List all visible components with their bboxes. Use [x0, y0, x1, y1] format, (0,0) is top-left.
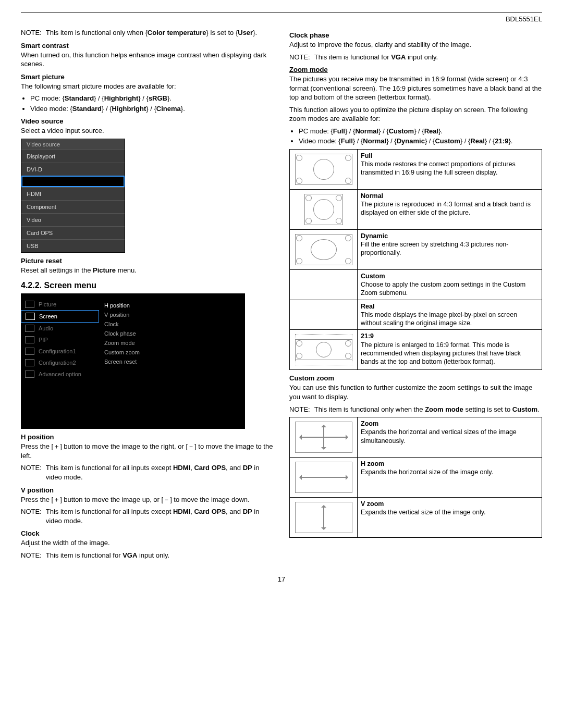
- zoom-normal-icon: [290, 189, 358, 229]
- heading-custom-zoom: Custom zoom: [289, 374, 542, 382]
- osd-right-item: H position: [104, 301, 245, 310]
- table-cell: H zoomExpands the horizontal size of the…: [358, 458, 542, 498]
- osd-header: Video source: [21, 139, 125, 150]
- osd-right-item: Screen reset: [104, 357, 245, 366]
- osd-item: Video: [21, 213, 125, 226]
- heading-smart-contrast: Smart contrast: [21, 42, 274, 50]
- list-item: PC mode: {Standard} / {Highbright} / {sR…: [30, 94, 274, 103]
- zoom-full-icon: [290, 149, 358, 189]
- note-text: This item is functional only when the Zo…: [314, 405, 542, 414]
- vzoom-icon: [290, 498, 358, 538]
- note-label: NOTE:: [289, 53, 310, 62]
- zoom-dynamic-icon: [290, 229, 358, 269]
- para: Press the [＋] button to move the image t…: [21, 442, 274, 460]
- heading-h-position: H position: [21, 433, 274, 441]
- zoom-mode-table: FullThis mode restores the correct propo…: [289, 149, 542, 371]
- para: Adjust the width of the image.: [21, 538, 274, 548]
- screen-menu-osd: Picture Screen Audio PIP Configuration1 …: [21, 293, 245, 429]
- para: When turned on, this function helps enha…: [21, 51, 274, 69]
- osd-left-item: Audio: [21, 323, 99, 334]
- note-label: NOTE:: [21, 507, 42, 525]
- osd-item: Displayport: [21, 150, 125, 163]
- para: Press the [＋] button to move the image u…: [21, 495, 274, 504]
- osd-left-item: Picture: [21, 299, 99, 310]
- para: Adjust to improve the focus, clarity and…: [289, 40, 542, 50]
- osd-item-selected: [21, 176, 125, 187]
- note-text: This item is functional for all inputs e…: [46, 463, 274, 482]
- osd-right-item: Zoom mode: [104, 338, 245, 348]
- para: This function allows you to optimize the…: [289, 105, 542, 124]
- zoom-real-icon: [290, 300, 358, 330]
- osd-right-item: Clock phase: [104, 329, 245, 338]
- table-cell: ZoomExpands the horizontal and vertical …: [358, 417, 542, 458]
- table-cell: CustomChoose to apply the custom zoom se…: [358, 269, 542, 300]
- note-label: NOTE:: [21, 463, 42, 482]
- zoom-219-icon: [290, 330, 358, 370]
- table-cell: NormalThe picture is reproduced in 4:3 f…: [358, 189, 542, 229]
- osd-left-item-active: Screen: [21, 310, 99, 323]
- table-cell: FullThis mode restores the correct propo…: [358, 149, 542, 189]
- zoom-custom-icon: [290, 269, 358, 300]
- heading-smart-picture: Smart picture: [21, 73, 274, 81]
- hzoom-icon: [290, 458, 358, 498]
- heading-clock: Clock: [21, 529, 274, 537]
- note-label: NOTE:: [289, 405, 310, 414]
- osd-item: HDMI: [21, 187, 125, 200]
- right-column: Clock phase Adjust to improve the focus,…: [289, 27, 542, 563]
- osd-right-item: V position: [104, 310, 245, 319]
- list-item: Video mode: {Standard} / {Highbright} / …: [30, 104, 274, 114]
- osd-left-item: Configuration1: [21, 346, 99, 357]
- heading-zoom-mode: Zoom mode: [289, 66, 542, 73]
- osd-item: Card OPS: [21, 226, 125, 239]
- heading-screen-menu: 4.2.2. Screen menu: [21, 281, 274, 290]
- model-number: BDL5551EL: [21, 15, 542, 23]
- custom-zoom-table: ZoomExpands the horizontal and vertical …: [289, 417, 542, 538]
- osd-left-item: Configuration2: [21, 357, 99, 368]
- zoom-icon: [290, 417, 358, 458]
- osd-left-item: PIP: [21, 334, 99, 346]
- note-text: This item is functional for VGA input on…: [314, 53, 542, 62]
- page-number: 17: [21, 575, 542, 583]
- osd-item: Component: [21, 200, 125, 213]
- video-source-osd: Video source Displayport DVI-D HDMI Comp…: [21, 139, 125, 253]
- table-cell: DynamicFill the entire screen by stretch…: [358, 229, 542, 269]
- osd-item: USB: [21, 239, 125, 252]
- para: Select a video input source.: [21, 126, 274, 135]
- osd-item: DVI-D: [21, 163, 125, 176]
- table-cell: RealThis mode displays the image pixel-b…: [358, 300, 542, 330]
- list-item: Video mode: {Full} / {Normal} / {Dynamic…: [299, 137, 542, 146]
- table-cell: 21:9The picture is enlarged to 16:9 form…: [358, 330, 542, 370]
- heading-picture-reset: Picture reset: [21, 257, 274, 265]
- para: Reset all settings in the Picture menu.: [21, 266, 274, 275]
- para: The following smart picture modes are av…: [21, 82, 274, 91]
- osd-left-item: Advanced option: [21, 368, 99, 380]
- heading-v-position: V position: [21, 486, 274, 494]
- para: The pictures you receive may be transmit…: [289, 75, 542, 102]
- list-item: PC mode: {Full} / {Normal} / {Custom} / …: [299, 127, 542, 136]
- note-label: NOTE:: [21, 28, 42, 38]
- note-label: NOTE:: [21, 551, 42, 560]
- osd-right-item: Clock: [104, 319, 245, 329]
- para: You can use this function to further cus…: [289, 383, 542, 401]
- note-text: This item is functional for all inputs e…: [46, 507, 274, 525]
- note-text: This item is functional for VGA input on…: [46, 551, 274, 560]
- osd-right-item: Custom zoom: [104, 348, 245, 357]
- left-column: NOTE: This item is functional only when …: [21, 27, 274, 563]
- note-text: This item is functional only when {Color…: [46, 28, 274, 38]
- table-cell: V zoomExpands the vertical size of the i…: [358, 498, 542, 538]
- heading-clock-phase: Clock phase: [289, 31, 542, 39]
- heading-video-source: Video source: [21, 117, 274, 125]
